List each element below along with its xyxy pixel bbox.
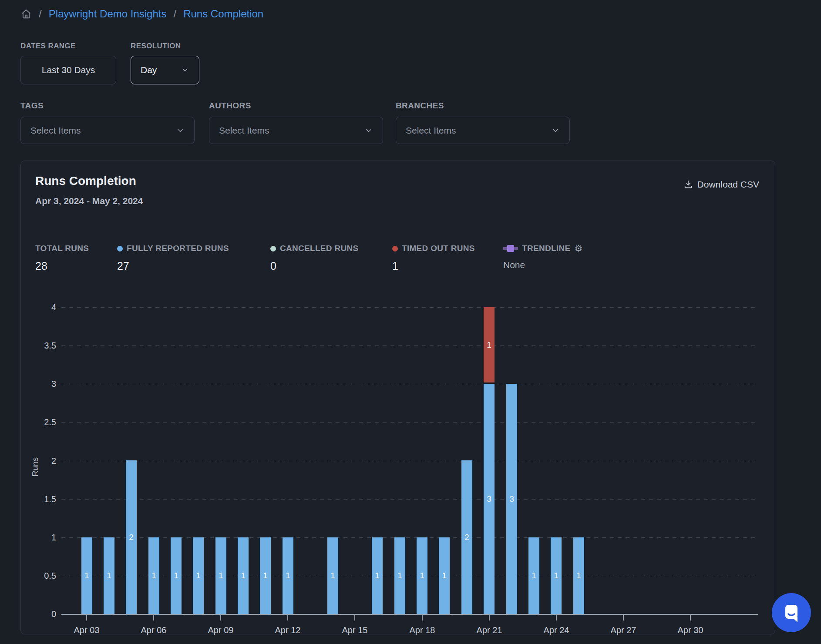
resolution-value: Day — [141, 65, 157, 75]
page: / Playwright Demo Insights / Runs Comple… — [0, 0, 821, 644]
resolution-label: RESOLUTION — [131, 42, 181, 50]
bar-segment-fully-reported[interactable]: 1 — [372, 537, 383, 614]
gridline — [61, 345, 758, 346]
tags-placeholder: Select Items — [30, 125, 81, 136]
bar-value-label: 1 — [263, 571, 268, 580]
x-axis-tick — [153, 615, 154, 621]
authors-select[interactable]: Select Items — [209, 117, 383, 144]
breadcrumb-separator: / — [173, 8, 176, 20]
y-axis-tick-label: 0.5 — [26, 570, 56, 581]
bar-value-label: 1 — [420, 571, 424, 580]
gridline — [61, 576, 758, 576]
bar-segment-fully-reported[interactable]: 1 — [104, 537, 114, 614]
home-icon[interactable] — [20, 8, 32, 20]
chevron-down-icon — [364, 126, 373, 135]
bar-value-label: 1 — [330, 571, 335, 580]
branches-select[interactable]: Select Items — [396, 117, 570, 144]
bar-segment-fully-reported[interactable]: 1 — [215, 537, 226, 614]
y-axis-tick-label: 1.5 — [26, 494, 56, 504]
x-axis-tick-label: Apr 18 — [396, 625, 448, 635]
x-axis-tick — [690, 615, 691, 621]
bar-segment-fully-reported[interactable]: 1 — [528, 537, 539, 614]
bar-value-label: 1 — [487, 340, 491, 350]
bar-segment-timed-out[interactable]: 1 — [484, 307, 495, 382]
bar-value-label: 1 — [286, 571, 290, 580]
x-axis-tick — [489, 615, 490, 621]
bar-segment-fully-reported[interactable]: 1 — [417, 537, 427, 614]
x-axis-tick — [623, 615, 624, 621]
dates-range-button[interactable]: Last 30 Days — [20, 56, 116, 84]
x-axis-tick — [354, 615, 355, 621]
bar-segment-fully-reported[interactable]: 1 — [439, 537, 450, 614]
tags-label: TAGS — [20, 101, 44, 111]
breadcrumb-separator: / — [39, 8, 42, 20]
bar-segment-fully-reported[interactable]: 1 — [193, 537, 204, 614]
y-axis-tick-label: 0 — [26, 609, 56, 619]
runs-completion-chart: 00.511.522.533.54Apr 03Apr 06Apr 09Apr 1… — [21, 161, 775, 634]
bar-value-label: 1 — [196, 571, 201, 580]
bar-segment-fully-reported[interactable]: 1 — [171, 537, 182, 614]
chat-bubble-icon — [781, 602, 802, 623]
branches-label: BRANCHES — [396, 101, 444, 111]
x-axis-tick-label: Apr 21 — [463, 625, 515, 635]
y-axis-label: Runs — [30, 457, 40, 476]
gridline — [61, 499, 758, 500]
dates-range-value: Last 30 Days — [42, 65, 95, 75]
bar-value-label: 1 — [442, 571, 447, 580]
y-axis-tick-label: 1 — [26, 532, 56, 543]
bar-segment-fully-reported[interactable]: 1 — [283, 537, 293, 614]
x-axis-tick-label: Apr 15 — [329, 625, 381, 635]
breadcrumb-link-page[interactable]: Runs Completion — [183, 8, 263, 20]
gridline — [61, 537, 758, 538]
resolution-select[interactable]: Day — [131, 56, 199, 84]
x-axis-tick-label: Apr 30 — [664, 625, 717, 635]
bar-value-label: 1 — [84, 571, 89, 580]
bar-segment-fully-reported[interactable]: 1 — [238, 537, 249, 614]
bar-segment-fully-reported[interactable]: 1 — [327, 537, 338, 614]
bar-segment-fully-reported[interactable]: 1 — [551, 537, 562, 614]
bar-value-label: 1 — [174, 571, 178, 580]
gridline — [61, 384, 758, 384]
bar-value-label: 3 — [509, 494, 514, 504]
x-axis-tick — [287, 615, 288, 621]
bar-value-label: 1 — [151, 571, 156, 580]
bar-value-label: 1 — [397, 571, 402, 580]
bar-segment-fully-reported[interactable]: 2 — [461, 460, 472, 614]
runs-completion-card: Runs Completion Apr 3, 2024 - May 2, 202… — [20, 161, 775, 634]
bar-segment-fully-reported[interactable]: 1 — [81, 537, 92, 614]
y-axis-tick-label: 2.5 — [26, 417, 56, 427]
bar-value-label: 1 — [576, 571, 581, 580]
x-axis-tick — [556, 615, 557, 621]
bar-segment-fully-reported[interactable]: 1 — [148, 537, 159, 614]
x-axis-line — [61, 614, 758, 615]
x-axis-tick-label: Apr 12 — [262, 625, 314, 635]
bar-value-label: 3 — [487, 494, 491, 504]
breadcrumb: / Playwright Demo Insights / Runs Comple… — [20, 8, 263, 20]
bar-segment-fully-reported[interactable]: 1 — [573, 537, 584, 614]
chevron-down-icon — [176, 126, 185, 135]
branches-placeholder: Select Items — [406, 125, 456, 136]
gridline — [61, 307, 758, 308]
chat-launcher-button[interactable] — [772, 593, 811, 632]
authors-placeholder: Select Items — [219, 125, 269, 136]
bar-value-label: 1 — [219, 571, 223, 580]
chevron-down-icon — [181, 66, 189, 74]
breadcrumb-link-project[interactable]: Playwright Demo Insights — [49, 8, 167, 20]
bar-value-label: 2 — [464, 533, 469, 542]
gridline — [61, 422, 758, 423]
bar-segment-fully-reported[interactable]: 1 — [260, 537, 271, 614]
tags-select[interactable]: Select Items — [20, 117, 195, 144]
x-axis-tick — [86, 615, 87, 621]
dates-range-label: DATES RANGE — [20, 42, 76, 50]
x-axis-tick-label: Apr 27 — [597, 625, 649, 635]
bar-segment-fully-reported[interactable]: 2 — [126, 460, 137, 614]
x-axis-tick-label: Apr 03 — [61, 625, 113, 635]
bar-value-label: 1 — [107, 571, 111, 580]
bar-segment-fully-reported[interactable]: 3 — [506, 384, 517, 614]
bar-segment-fully-reported[interactable]: 1 — [394, 537, 405, 614]
bar-value-label: 2 — [129, 533, 134, 542]
y-axis-tick-label: 3.5 — [26, 340, 56, 351]
bar-segment-fully-reported[interactable]: 3 — [484, 384, 495, 614]
x-axis-tick-label: Apr 24 — [530, 625, 582, 635]
x-axis-tick — [220, 615, 221, 621]
